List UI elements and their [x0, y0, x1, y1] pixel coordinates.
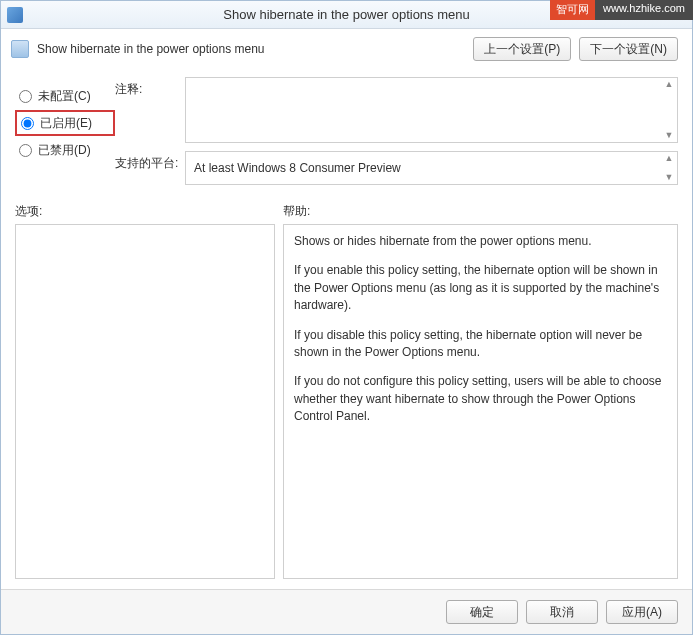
help-paragraph: If you disable this policy setting, the …: [294, 327, 667, 362]
top-section: 未配置(C) 已启用(E) 已禁用(D) 注释: ▲ ▼: [15, 71, 678, 185]
prev-setting-button[interactable]: 上一个设置(P): [473, 37, 571, 61]
help-label: 帮助:: [283, 203, 678, 220]
radio-enabled-label: 已启用(E): [40, 115, 92, 132]
platform-scrollbar[interactable]: ▲ ▼: [663, 154, 675, 182]
scroll-up-icon[interactable]: ▲: [663, 154, 675, 163]
policy-icon: [11, 40, 29, 58]
options-label: 选项:: [15, 203, 283, 220]
platform-value: At least Windows 8 Consumer Preview: [194, 161, 401, 175]
radio-enabled-input[interactable]: [21, 117, 34, 130]
platform-field: At least Windows 8 Consumer Preview ▲ ▼: [185, 151, 678, 185]
help-paragraph: If you do not configure this policy sett…: [294, 373, 667, 425]
radio-not-configured-label: 未配置(C): [38, 88, 91, 105]
comment-scrollbar[interactable]: ▲ ▼: [663, 80, 675, 140]
cancel-button[interactable]: 取消: [526, 600, 598, 624]
ok-button[interactable]: 确定: [446, 600, 518, 624]
policy-title: Show hibernate in the power options menu: [37, 42, 473, 56]
comment-textarea[interactable]: ▲ ▼: [185, 77, 678, 143]
window-icon: [7, 7, 23, 23]
help-paragraph: If you enable this policy setting, the h…: [294, 262, 667, 314]
radio-group: 未配置(C) 已启用(E) 已禁用(D): [15, 77, 115, 185]
radio-not-configured-input[interactable]: [19, 90, 32, 103]
apply-button[interactable]: 应用(A): [606, 600, 678, 624]
window-title: Show hibernate in the power options menu: [223, 7, 469, 22]
mid-labels: 选项: 帮助:: [15, 203, 678, 220]
watermark-badge: 智可网 www.hzhike.com: [550, 0, 693, 20]
scroll-up-icon[interactable]: ▲: [663, 80, 675, 89]
scroll-down-icon[interactable]: ▼: [663, 173, 675, 182]
watermark-url: www.hzhike.com: [595, 0, 693, 20]
bottom-button-bar: 确定 取消 应用(A): [1, 589, 692, 634]
platform-label: 支持的平台:: [115, 151, 185, 172]
next-setting-button[interactable]: 下一个设置(N): [579, 37, 678, 61]
radio-enabled[interactable]: 已启用(E): [15, 110, 115, 136]
body-area: 未配置(C) 已启用(E) 已禁用(D) 注释: ▲ ▼: [1, 65, 692, 589]
options-panel: [15, 224, 275, 579]
panels-row: Shows or hides hibernate from the power …: [15, 224, 678, 579]
scroll-down-icon[interactable]: ▼: [663, 131, 675, 140]
help-paragraph: Shows or hides hibernate from the power …: [294, 233, 667, 250]
comment-label: 注释:: [115, 77, 185, 98]
watermark-brand: 智可网: [550, 0, 595, 20]
fields-column: 注释: ▲ ▼ 支持的平台: At least Windows 8 Consum…: [115, 77, 678, 185]
dialog-window: Show hibernate in the power options menu…: [0, 0, 693, 635]
header-row: Show hibernate in the power options menu…: [1, 29, 692, 65]
radio-disabled-label: 已禁用(D): [38, 142, 91, 159]
radio-not-configured[interactable]: 未配置(C): [15, 83, 115, 109]
radio-disabled[interactable]: 已禁用(D): [15, 137, 115, 163]
radio-disabled-input[interactable]: [19, 144, 32, 157]
help-panel: Shows or hides hibernate from the power …: [283, 224, 678, 579]
